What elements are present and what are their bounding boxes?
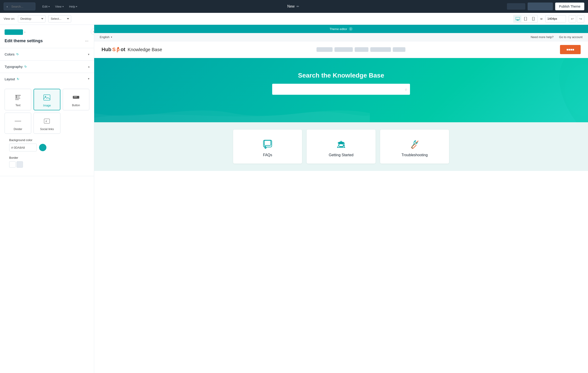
logo-text: Knowledge Base	[128, 47, 162, 52]
redo-button[interactable]: ↪	[577, 15, 584, 22]
lang-chevron-icon: ▾	[111, 36, 112, 38]
bg-color-swatch[interactable]	[39, 144, 46, 151]
border-swatch-dark[interactable]	[17, 161, 23, 168]
nav-search-input[interactable]	[10, 2, 32, 10]
sidebar-title-row: Edit theme settings ···	[5, 38, 89, 44]
layout-accordion-header[interactable]: Layout ↻ ▴	[0, 73, 94, 85]
nav-edit-menu[interactable]: Edit ▾	[40, 3, 52, 10]
layout-refresh-icon[interactable]: ↻	[17, 77, 19, 81]
chevron-down-icon: ▾	[48, 5, 50, 8]
svg-rect-11	[16, 95, 17, 98]
search-icon: ⌕	[405, 87, 407, 91]
button-component-item[interactable]: Button	[63, 89, 89, 110]
svg-point-25	[344, 145, 345, 146]
border-swatches	[9, 161, 85, 168]
top-navbar: ‹ Edit ▾ View ▾ Help ▾ New ✏ Publish The…	[0, 0, 588, 13]
button-component-label: Button	[72, 104, 80, 107]
border-section: Border	[5, 156, 89, 172]
colors-refresh-icon[interactable]: ↻	[16, 52, 19, 56]
border-label: Border	[9, 156, 85, 160]
faqs-label: FAQs	[263, 153, 272, 157]
go-to-my-account-link[interactable]: Go to my account	[559, 35, 582, 39]
settings-button[interactable]	[528, 2, 553, 10]
layout-title: Layout ↻	[5, 77, 19, 81]
chevron-down-icon: ▾	[76, 5, 77, 8]
typography-accordion-header[interactable]: Typography ↻ ▸	[0, 60, 94, 73]
svg-point-6	[533, 20, 534, 20]
viewport-icons	[513, 15, 538, 23]
language-select[interactable]: English ▾	[100, 35, 112, 39]
preview-navbar: HubSpot Knowledge Base ■■■■	[94, 41, 588, 58]
svg-rect-10	[15, 99, 19, 100]
faqs-icon	[262, 139, 273, 150]
mobile-viewport-icon[interactable]	[530, 16, 537, 22]
edit-title-icon[interactable]: ✏	[296, 5, 299, 8]
divider-component-item[interactable]: Divider	[5, 113, 31, 134]
image-component-label: Image	[43, 104, 51, 107]
publish-theme-button[interactable]: Publish Theme	[555, 2, 584, 10]
left-sidebar: « › Edit theme settings ··· Colors ↻ ▾	[0, 25, 94, 373]
need-more-help-link[interactable]: Need more help?	[531, 35, 554, 39]
getting-started-category-card[interactable]: Getting Started	[307, 130, 376, 163]
svg-rect-15	[74, 97, 77, 97]
typography-section: Typography ↻ ▸	[0, 60, 94, 73]
troubleshooting-category-card[interactable]: Troubleshooting	[380, 130, 449, 163]
desktop-viewport-icon[interactable]	[514, 16, 521, 22]
sidebar-title: Edit theme settings	[5, 39, 43, 43]
page-title: New ✏	[82, 4, 504, 9]
nav-placeholder-2	[335, 47, 353, 52]
view-on-select-1[interactable]: Desktop Tablet Mobile	[18, 15, 45, 22]
button-component-icon	[72, 93, 81, 102]
troubleshooting-icon	[409, 139, 420, 150]
preview-topbar: English ▾ Need more help? Go to my accou…	[94, 33, 588, 41]
bg-color-label: Background color	[9, 138, 85, 142]
layout-content: Text Image	[0, 85, 94, 176]
nav-placeholder-3	[355, 47, 368, 52]
component-grid: Text Image	[5, 89, 89, 134]
troubleshooting-label: Troubleshooting	[401, 153, 428, 157]
nav-view-menu[interactable]: View ▾	[53, 3, 66, 10]
sidebar-more-button[interactable]: ···	[84, 38, 89, 44]
secondary-toolbar: View on: Desktop Tablet Mobile Select...…	[0, 13, 588, 25]
preview-area: Theme editor i English ▾ Need more help?…	[94, 25, 588, 373]
colors-title: Colors ↻	[5, 52, 19, 56]
main-layout: « › Edit theme settings ··· Colors ↻ ▾	[0, 25, 588, 373]
text-component-icon	[13, 93, 22, 102]
theme-editor-label: Theme editor	[330, 27, 347, 31]
back-button[interactable]: ‹	[4, 2, 35, 10]
svg-rect-1	[517, 20, 518, 20]
tablet-viewport-icon[interactable]	[522, 16, 529, 22]
social-links-component-item[interactable]: # Social links	[33, 113, 60, 134]
preview-nav-items	[316, 47, 405, 52]
bg-color-input[interactable]	[9, 144, 37, 151]
breadcrumb-home[interactable]	[5, 29, 23, 35]
border-swatch-light[interactable]	[9, 161, 16, 168]
text-component-label: Text	[15, 104, 21, 107]
typography-refresh-icon[interactable]: ↻	[24, 65, 27, 68]
nav-placeholder-5	[393, 47, 405, 52]
breadcrumb: ›	[5, 29, 89, 35]
layout-section: Layout ↻ ▴	[0, 73, 94, 176]
preview-cta-button[interactable]: ■■■■	[560, 45, 581, 54]
svg-rect-8	[15, 97, 20, 97]
nav-help-menu[interactable]: Help ▾	[67, 3, 80, 10]
svg-rect-7	[15, 95, 21, 96]
nav-placeholder-1	[316, 47, 333, 52]
sidebar-header: › Edit theme settings ···	[0, 25, 94, 48]
hero-search-input[interactable]	[275, 87, 405, 91]
hero-wave-svg	[94, 104, 370, 122]
hero-decor-svg	[496, 58, 588, 122]
undo-button[interactable]: ↩	[569, 15, 576, 22]
back-arrow-icon: ‹	[7, 5, 8, 8]
width-input[interactable]	[545, 15, 566, 22]
image-component-item[interactable]: Image	[33, 89, 60, 110]
social-links-component-label: Social links	[40, 128, 54, 131]
faqs-category-card[interactable]: FAQs	[233, 130, 302, 163]
view-on-label: View on:	[4, 17, 15, 20]
nav-menu: Edit ▾ View ▾ Help ▾	[40, 3, 79, 10]
undo-redo-buttons: ↩ ↪	[569, 15, 584, 22]
text-component-item[interactable]: Text	[5, 89, 31, 110]
colors-accordion-header[interactable]: Colors ↻ ▾	[0, 48, 94, 60]
view-on-select-2[interactable]: Select...	[48, 15, 71, 22]
hero-search-bar[interactable]: ⌕	[272, 84, 410, 95]
